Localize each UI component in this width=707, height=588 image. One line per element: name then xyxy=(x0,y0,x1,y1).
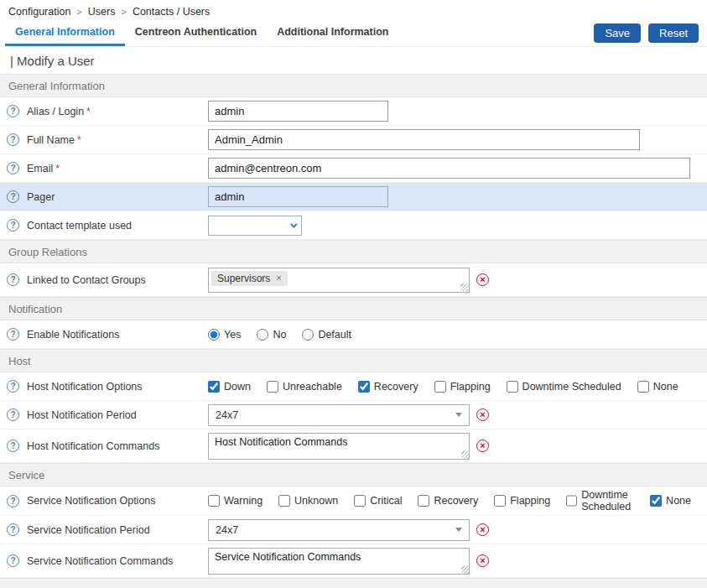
pager-input[interactable] xyxy=(208,186,388,207)
checkbox-host-recovery-input[interactable] xyxy=(358,381,370,393)
checkbox-service-flapping-input[interactable] xyxy=(494,495,506,507)
contact-groups-multiselect[interactable]: Supervisors × xyxy=(208,268,470,293)
checkbox-service-flapping[interactable]: Flapping xyxy=(494,495,550,507)
page-title: | Modify a User xyxy=(0,47,707,74)
checkbox-host-flapping[interactable]: Flapping xyxy=(434,381,491,393)
service-notification-commands-textarea[interactable]: Service Notification Commands xyxy=(208,548,470,575)
breadcrumb-users[interactable]: Users xyxy=(88,6,116,18)
help-icon[interactable]: ? xyxy=(7,495,19,507)
checkbox-host-flapping-input[interactable] xyxy=(434,381,446,393)
checkbox-service-critical[interactable]: Critical xyxy=(354,495,402,507)
section-header-general-information: General Information xyxy=(0,74,707,97)
checkbox-service-downtime-scheduled[interactable]: Downtime Scheduled xyxy=(566,489,634,513)
checkbox-host-recovery[interactable]: Recovery xyxy=(358,381,418,393)
checkbox-service-none[interactable]: None xyxy=(650,495,691,507)
clear-host-period-icon[interactable]: × xyxy=(476,408,489,421)
section-header-host: Host xyxy=(0,349,707,372)
breadcrumb-configuration[interactable]: Configuration xyxy=(8,6,70,18)
checkbox-host-downtime-scheduled-input[interactable] xyxy=(507,381,518,393)
checkbox-service-downtime-scheduled-input[interactable] xyxy=(566,495,577,507)
form-row-contact-template: ? Contact template used xyxy=(0,211,707,240)
service-commands-label: Service Notification Commands xyxy=(27,555,173,567)
checkbox-host-down[interactable]: Down xyxy=(208,381,251,393)
radio-no-input[interactable] xyxy=(257,329,268,341)
radio-default-input[interactable] xyxy=(302,329,314,341)
resize-grip[interactable] xyxy=(460,284,468,291)
service-notification-period-select[interactable]: 24x7 xyxy=(208,519,470,541)
pager-label: Pager xyxy=(27,191,55,203)
contact-template-label: Contact template used xyxy=(27,220,132,232)
service-period-value: 24x7 xyxy=(216,524,238,536)
checkbox-service-unknown-input[interactable] xyxy=(278,495,290,507)
tab-additional-information[interactable]: Additional Information xyxy=(267,20,398,46)
reset-button[interactable]: Reset xyxy=(648,23,699,43)
email-input[interactable] xyxy=(208,158,690,179)
section-header-service: Service xyxy=(0,463,707,487)
tab-centreon-authentication[interactable]: Centreon Authentication xyxy=(125,20,267,46)
form-row-contact-groups: ? Linked to Contact Groups Supervisors ×… xyxy=(0,263,707,297)
tag-remove-icon[interactable]: × xyxy=(276,273,281,283)
help-icon[interactable]: ? xyxy=(7,273,19,286)
checkbox-service-warning[interactable]: Warning xyxy=(208,495,263,507)
help-icon[interactable]: ? xyxy=(7,523,19,536)
contact-group-tag: Supervisors × xyxy=(211,271,288,286)
help-icon[interactable]: ? xyxy=(7,328,19,341)
help-icon[interactable]: ? xyxy=(7,440,19,452)
section-header-group-relations: Group Relations xyxy=(0,240,707,263)
checkbox-service-unknown[interactable]: Unknown xyxy=(278,495,338,507)
tab-actions: Save Reset xyxy=(594,20,702,46)
form-row-host-notification-options: ? Host Notification Options Down Unreach… xyxy=(0,372,707,401)
required-asterisk: * xyxy=(86,106,91,117)
caret-down-icon xyxy=(455,528,462,532)
radio-default[interactable]: Default xyxy=(302,329,351,341)
caret-down-icon xyxy=(455,413,462,417)
form-row-enable-notifications: ? Enable Notifications Yes No Default xyxy=(0,320,707,349)
help-icon[interactable]: ? xyxy=(7,105,19,117)
checkbox-service-recovery-input[interactable] xyxy=(418,495,429,507)
host-notification-period-select[interactable]: 24x7 xyxy=(208,404,470,426)
service-options-label: Service Notification Options xyxy=(27,495,156,507)
clear-service-period-icon[interactable]: × xyxy=(476,523,489,536)
alias-label: Alias / Login* xyxy=(27,106,91,117)
checkbox-service-none-input[interactable] xyxy=(650,495,662,507)
radio-no[interactable]: No xyxy=(257,329,286,341)
checkbox-host-down-input[interactable] xyxy=(208,381,220,393)
clear-contact-groups-icon[interactable]: × xyxy=(476,273,489,286)
help-icon[interactable]: ? xyxy=(7,162,19,174)
form-row-full-name: ? Full Name* xyxy=(0,126,707,154)
checkbox-host-unreachable[interactable]: Unreachable xyxy=(267,381,342,393)
form-row-host-notification-period: ? Host Notification Period 24x7 × xyxy=(0,401,707,429)
help-icon[interactable]: ? xyxy=(7,408,19,421)
host-notification-commands-textarea[interactable]: Host Notification Commands xyxy=(208,433,470,460)
help-icon[interactable]: ? xyxy=(7,219,19,232)
breadcrumb-separator: > xyxy=(76,7,81,17)
form-row-service-notification-options: ? Service Notification Options Warning U… xyxy=(0,487,707,516)
checkbox-host-none[interactable]: None xyxy=(637,381,678,393)
checkbox-service-recovery[interactable]: Recovery xyxy=(418,495,478,507)
alias-input[interactable] xyxy=(208,101,388,122)
clear-host-commands-icon[interactable]: × xyxy=(476,440,489,452)
checkbox-host-unreachable-input[interactable] xyxy=(267,381,278,393)
checkbox-service-critical-input[interactable] xyxy=(354,495,366,507)
breadcrumb-current: Contacts / Users xyxy=(133,6,210,18)
breadcrumb: Configuration > Users > Contacts / Users xyxy=(0,0,707,20)
form-row-service-notification-period: ? Service Notification Period 24x7 × xyxy=(0,516,707,544)
checkbox-host-none-input[interactable] xyxy=(637,381,649,393)
save-button[interactable]: Save xyxy=(594,23,641,43)
help-icon[interactable]: ? xyxy=(7,133,19,146)
required-asterisk: * xyxy=(77,134,81,146)
resize-grip[interactable] xyxy=(461,451,469,459)
full-name-input[interactable] xyxy=(208,129,640,150)
radio-yes[interactable]: Yes xyxy=(208,329,241,341)
help-icon[interactable]: ? xyxy=(7,380,19,393)
help-icon[interactable]: ? xyxy=(7,190,19,203)
clear-service-commands-icon[interactable]: × xyxy=(476,554,489,567)
form-row-service-notification-commands: ? Service Notification Commands Service … xyxy=(0,544,707,578)
tab-general-information[interactable]: General Information xyxy=(5,20,125,46)
checkbox-host-downtime-scheduled[interactable]: Downtime Scheduled xyxy=(507,381,621,393)
contact-template-select[interactable] xyxy=(208,216,302,236)
resize-grip[interactable] xyxy=(461,566,469,574)
help-icon[interactable]: ? xyxy=(7,554,19,567)
radio-yes-input[interactable] xyxy=(208,329,220,341)
checkbox-service-warning-input[interactable] xyxy=(208,495,220,507)
